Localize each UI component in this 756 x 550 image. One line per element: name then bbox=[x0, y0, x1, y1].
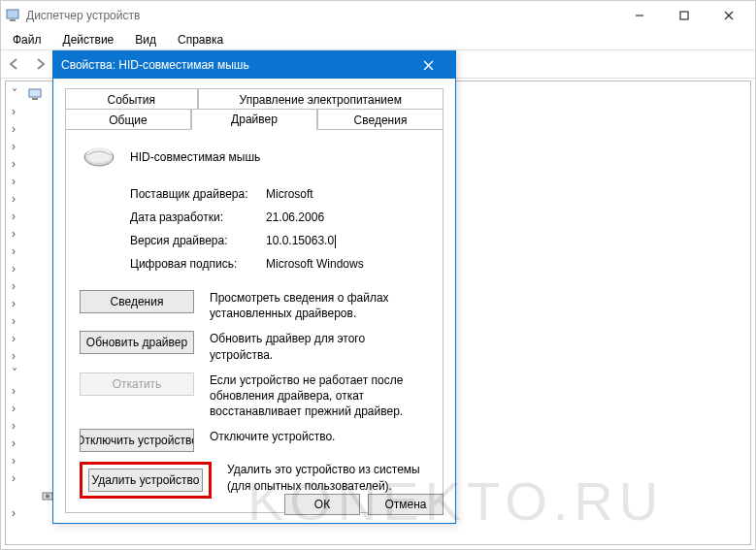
update-driver-desc: Обновить драйвер для этого устройства. bbox=[210, 331, 429, 362]
device-name: HID-совместимая мышь bbox=[130, 150, 260, 164]
tabs: События Управление электропитанием Общие… bbox=[65, 86, 444, 130]
uninstall-device-desc: Удалить это устройство из системы (для о… bbox=[227, 462, 429, 493]
date-value: 21.06.2006 bbox=[266, 210, 429, 224]
chevron-right-icon[interactable]: › bbox=[12, 175, 23, 188]
tab-general[interactable]: Общие bbox=[65, 109, 191, 130]
chevron-right-icon[interactable]: › bbox=[12, 454, 23, 468]
chevron-right-icon[interactable]: › bbox=[12, 471, 23, 485]
signer-label: Цифровая подпись: bbox=[130, 257, 266, 271]
svg-rect-0 bbox=[7, 10, 18, 18]
driver-details-button[interactable]: Сведения bbox=[80, 290, 194, 313]
chevron-right-icon[interactable]: › bbox=[12, 437, 23, 450]
signer-value: Microsoft Windows bbox=[266, 257, 429, 271]
chevron-right-icon[interactable]: › bbox=[12, 419, 23, 433]
chevron-right-icon[interactable]: › bbox=[12, 140, 23, 153]
tab-power[interactable]: Управление электропитанием bbox=[198, 88, 444, 110]
chevron-right-icon[interactable]: › bbox=[12, 506, 23, 520]
menu-view[interactable]: Вид bbox=[125, 31, 166, 49]
update-driver-button[interactable]: Обновить драйвер bbox=[80, 331, 194, 354]
chevron-right-icon[interactable]: › bbox=[12, 402, 23, 415]
menu-file[interactable]: Файл bbox=[3, 31, 51, 49]
tab-events[interactable]: События bbox=[65, 88, 198, 110]
disable-device-button[interactable]: Отключить устройство bbox=[80, 429, 194, 452]
properties-dialog: Свойства: HID-совместимая мышь События У… bbox=[52, 50, 456, 524]
date-label: Дата разработки: bbox=[130, 210, 266, 224]
menu-action[interactable]: Действие bbox=[53, 31, 124, 49]
menu-help[interactable]: Справка bbox=[168, 31, 233, 49]
dm-titlebar[interactable]: Диспетчер устройств bbox=[1, 1, 755, 30]
dm-title: Диспетчер устройств bbox=[26, 9, 140, 22]
ok-button[interactable]: ОК bbox=[284, 494, 360, 515]
chevron-right-icon[interactable]: › bbox=[12, 314, 23, 328]
device-manager-icon bbox=[5, 8, 20, 23]
chevron-right-icon[interactable]: › bbox=[12, 384, 23, 398]
version-value: 10.0.15063.0 bbox=[266, 234, 334, 247]
dm-menubar: Файл Действие Вид Справка bbox=[1, 30, 755, 49]
rollback-driver-desc: Если устройство не работает после обновл… bbox=[210, 372, 429, 420]
minimize-button[interactable] bbox=[617, 2, 662, 29]
chevron-right-icon[interactable]: › bbox=[12, 262, 23, 275]
svg-point-13 bbox=[86, 147, 112, 163]
tab-details[interactable]: Сведения bbox=[317, 109, 444, 130]
chevron-right-icon[interactable]: › bbox=[12, 122, 23, 136]
props-title: Свойства: HID-совместимая мышь bbox=[61, 58, 249, 72]
driver-details-desc: Просмотреть сведения о файлах установлен… bbox=[210, 290, 429, 321]
chevron-down-icon[interactable]: ˅ bbox=[12, 87, 23, 101]
provider-value: Microsoft bbox=[266, 187, 429, 201]
mouse-icon bbox=[80, 142, 118, 172]
maximize-button[interactable] bbox=[662, 2, 707, 29]
computer-icon bbox=[27, 86, 43, 102]
back-icon[interactable] bbox=[5, 54, 24, 74]
chevron-right-icon[interactable]: › bbox=[12, 210, 23, 223]
disable-device-desc: Отключите устройство. bbox=[210, 429, 429, 444]
version-label: Версия драйвера: bbox=[130, 234, 266, 247]
uninstall-device-button[interactable]: Удалить устройство bbox=[88, 469, 203, 492]
svg-rect-7 bbox=[32, 98, 38, 100]
chevron-right-icon[interactable]: › bbox=[12, 227, 23, 241]
forward-icon[interactable] bbox=[30, 54, 49, 74]
chevron-right-icon[interactable]: › bbox=[12, 244, 23, 258]
chevron-right-icon[interactable]: › bbox=[12, 332, 23, 345]
provider-label: Поставщик драйвера: bbox=[130, 187, 266, 201]
chevron-right-icon[interactable]: › bbox=[12, 297, 23, 310]
chevron-right-icon[interactable]: › bbox=[12, 157, 23, 171]
tab-driver[interactable]: Драйвер bbox=[191, 109, 317, 130]
svg-point-9 bbox=[46, 495, 49, 499]
chevron-right-icon[interactable]: › bbox=[12, 105, 23, 118]
svg-rect-3 bbox=[680, 12, 688, 19]
rollback-driver-button: Откатить bbox=[80, 372, 194, 396]
chevron-right-icon[interactable]: › bbox=[12, 349, 23, 363]
uninstall-highlight: Удалить устройство bbox=[80, 462, 212, 499]
text-caret bbox=[335, 235, 336, 248]
svg-rect-1 bbox=[10, 19, 16, 21]
svg-rect-6 bbox=[29, 89, 41, 97]
props-close-button[interactable] bbox=[409, 51, 447, 79]
props-titlebar[interactable]: Свойства: HID-совместимая мышь bbox=[53, 51, 455, 79]
chevron-down-icon[interactable]: ˅ bbox=[12, 367, 23, 380]
cancel-button[interactable]: Отмена bbox=[368, 494, 444, 515]
tab-panel-driver: HID-совместимая мышь Поставщик драйвера:… bbox=[65, 129, 444, 513]
chevron-right-icon[interactable]: › bbox=[12, 279, 23, 293]
chevron-right-icon[interactable]: › bbox=[12, 192, 23, 206]
close-button[interactable] bbox=[707, 2, 751, 29]
